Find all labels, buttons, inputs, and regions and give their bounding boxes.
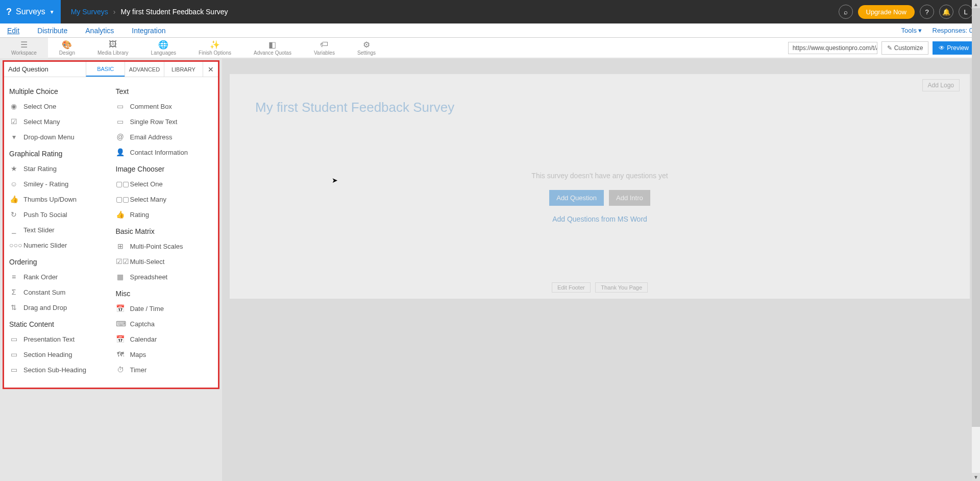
tool-variables[interactable]: 🏷Variables: [303, 38, 346, 58]
vertical-scrollbar[interactable]: ▲ ▼: [972, 0, 980, 58]
responses-count[interactable]: Responses: 0: [933, 27, 973, 34]
top-right-actions: ⌕ Upgrade Now ? 🔔 L: [839, 5, 981, 19]
upgrade-button[interactable]: Upgrade Now: [858, 5, 915, 19]
scroll-up-button[interactable]: ▲: [972, 0, 980, 8]
menu-distribute[interactable]: Distribute: [37, 27, 67, 35]
tool-media[interactable]: 🖼Media Library: [86, 38, 140, 58]
menu-analytics[interactable]: Analytics: [85, 27, 114, 35]
help-button[interactable]: ?: [920, 5, 934, 19]
toolbar: ☰Workspace 🎨Design 🖼Media Library 🌐Langu…: [0, 38, 980, 58]
menu-edit[interactable]: Edit: [7, 27, 19, 35]
breadcrumb-separator: ›: [113, 8, 116, 16]
breadcrumb-root[interactable]: My Surveys: [71, 8, 108, 16]
breadcrumb: My Surveys › My first Student Feedback S…: [61, 8, 238, 16]
tool-settings[interactable]: ⚙Settings: [346, 38, 387, 58]
tool-design[interactable]: 🎨Design: [48, 38, 86, 58]
design-icon: 🎨: [62, 40, 72, 49]
menu-integration[interactable]: Integration: [132, 27, 165, 35]
tool-languages[interactable]: 🌐Languages: [140, 38, 188, 58]
tag-icon: 🏷: [320, 40, 328, 49]
app-name: Surveys: [16, 7, 45, 16]
eye-icon: 👁: [939, 44, 945, 52]
menu-tools[interactable]: Tools ▾: [901, 27, 922, 34]
gear-icon: ⚙: [363, 40, 370, 49]
app-switcher[interactable]: ? Surveys ▼: [0, 0, 61, 23]
workspace-icon: ☰: [20, 40, 28, 49]
tool-workspace[interactable]: ☰Workspace: [0, 38, 48, 58]
customize-button[interactable]: ✎Customize: [881, 41, 929, 55]
chevron-down-icon: ▼: [50, 9, 55, 15]
survey-url[interactable]: https://www.questionpro.com/t/A: [788, 42, 877, 54]
avatar-button[interactable]: L: [959, 5, 973, 19]
search-button[interactable]: ⌕: [839, 5, 853, 19]
quota-icon: ◧: [268, 40, 276, 49]
search-icon: ⌕: [844, 8, 848, 16]
wand-icon: ✨: [210, 40, 220, 49]
notifications-button[interactable]: 🔔: [939, 5, 953, 19]
media-icon: 🖼: [109, 40, 117, 49]
breadcrumb-current: My first Student Feedback Survey: [121, 8, 228, 16]
preview-button[interactable]: 👁Preview: [933, 41, 975, 55]
tool-finish[interactable]: ✨Finish Options: [187, 38, 242, 58]
tool-quotas[interactable]: ◧Advance Quotas: [242, 38, 303, 58]
scroll-thumb[interactable]: [972, 8, 980, 58]
help-icon: ?: [925, 8, 928, 16]
top-bar: ? Surveys ▼ My Surveys › My first Studen…: [0, 0, 980, 23]
globe-icon: 🌐: [158, 40, 168, 49]
menu-bar: Edit Distribute Analytics Integration To…: [0, 23, 980, 38]
bell-icon: 🔔: [942, 8, 950, 16]
logo-icon: ?: [6, 7, 12, 17]
pencil-icon: ✎: [887, 44, 892, 52]
